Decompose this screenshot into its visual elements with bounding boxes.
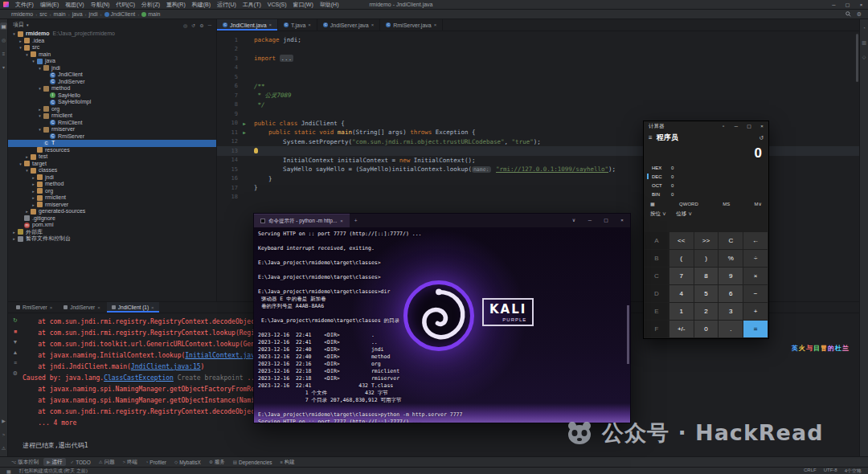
breadcrumb-item[interactable]: src	[39, 11, 47, 17]
calc-key-F[interactable]: F	[645, 321, 669, 337]
project-icon[interactable]: ▤	[0, 22, 7, 30]
calc-key-<<[interactable]: <<	[669, 232, 694, 249]
editor-tab[interactable]: CT.java×	[278, 19, 317, 31]
menu-item[interactable]: 帮助(H)	[317, 0, 342, 10]
tree-item[interactable]: ▾java	[8, 58, 216, 65]
run-tab[interactable]: JndiServer×	[59, 302, 105, 313]
tool-window-button-profiler[interactable]: ◔Profiler	[142, 458, 170, 466]
menu-item[interactable]: 工具(T)	[240, 0, 264, 10]
breadcrumb-item[interactable]: rmidemo	[11, 11, 33, 17]
tool-window-button-problems[interactable]: ⚠问题	[96, 458, 118, 466]
calc-key-([interactable]: (	[669, 250, 694, 267]
stacktrace-link[interactable]: JndiClient.java:15	[131, 363, 201, 370]
tree-toggle-icon[interactable]: ▸	[18, 38, 23, 45]
code-line[interactable]: 3import ...	[217, 54, 859, 63]
tree-item[interactable]: ▸org	[8, 188, 216, 195]
hide-panel-icon[interactable]: ─	[208, 22, 211, 28]
terminal-maximize-button[interactable]: ▢	[598, 214, 614, 227]
radix-row-bin[interactable]: BIN0	[647, 190, 765, 198]
menu-item[interactable]: 导航(N)	[88, 0, 113, 10]
tree-item[interactable]: CSayHelloImpl	[8, 99, 216, 106]
tree-toggle-icon[interactable]: ▸	[11, 235, 17, 243]
menu-item[interactable]: 构建(B)	[189, 0, 214, 10]
breadcrumb-item[interactable]: java	[72, 11, 83, 17]
tree-toggle-icon[interactable]: ▸	[31, 174, 36, 182]
terminal-dropdown-icon[interactable]: ∨	[566, 214, 582, 227]
tree-toggle-icon[interactable]: ▸	[31, 188, 36, 195]
code-line[interactable]: 8 */	[217, 100, 859, 110]
menu-item[interactable]: 文件(F)	[12, 0, 37, 10]
memory-menu-button[interactable]: M∨	[755, 201, 762, 206]
tree-item[interactable]: ▸generated-sources	[8, 208, 216, 215]
run-tab-close-icon[interactable]: ×	[50, 305, 53, 310]
calc-key-6[interactable]: 6	[719, 285, 743, 302]
tree-item[interactable]: ▾jndi	[8, 65, 216, 72]
calc-key-E[interactable]: E	[645, 303, 669, 320]
tree-toggle-icon[interactable]: ▸	[24, 208, 30, 215]
breadcrumb-item[interactable]: JndiClient	[104, 11, 136, 17]
intention-bulb-icon[interactable]	[254, 148, 258, 153]
tree-item[interactable]: ▾rmiserver	[8, 126, 216, 133]
shift-dropdown[interactable]: 位移 ∨	[676, 210, 692, 218]
calc-key-←[interactable]: ←	[743, 232, 768, 249]
status-widget[interactable]: 4个空格	[845, 468, 862, 474]
scroll-down-icon[interactable]: ▼	[13, 339, 18, 345]
history-icon[interactable]: ↺	[759, 135, 764, 141]
tree-item[interactable]: ▸rmiserver	[8, 202, 216, 209]
radix-row-oct[interactable]: OCT0	[647, 181, 765, 190]
code-line[interactable]: 9	[217, 109, 859, 119]
run-icon[interactable]: ▶	[0, 417, 7, 424]
tool-window-button-plugin[interactable]: ◇MybatisX	[171, 458, 204, 466]
settings-gear-icon[interactable]: ⚙	[857, 11, 862, 18]
calc-key-5[interactable]: 5	[694, 285, 719, 302]
editor-scrollbar[interactable]	[856, 34, 858, 82]
word-size-button[interactable]: QWORD	[679, 202, 698, 206]
tree-item[interactable]: ▸test	[8, 153, 216, 161]
tree-item[interactable]: ▾src	[8, 44, 216, 51]
tree-item[interactable]: ▸.idea	[8, 38, 216, 45]
settings-icon[interactable]: ⚙	[13, 370, 18, 377]
rerun-icon[interactable]: ↻	[13, 317, 18, 324]
collapse-all-icon[interactable]: ↺	[191, 22, 195, 28]
tree-item[interactable]: .gitignore	[8, 215, 216, 223]
tree-item[interactable]: ▸外部库	[8, 229, 216, 236]
calc-key-1[interactable]: 1	[669, 303, 694, 320]
calc-key-8[interactable]: 8	[694, 268, 719, 284]
menu-item[interactable]: 编辑(E)	[37, 0, 62, 10]
menu-item[interactable]: 分析(Z)	[138, 0, 163, 10]
run-tab[interactable]: RmiServer×	[11, 302, 57, 313]
calc-key-×[interactable]: ×	[743, 268, 768, 284]
tree-toggle-icon[interactable]: ▾	[18, 161, 23, 168]
calc-key-÷[interactable]: ÷	[743, 250, 768, 267]
tool-window-button-vcs[interactable]: ⌥版本控制	[8, 458, 42, 466]
calc-key-%[interactable]: %	[719, 250, 743, 267]
memory-store-button[interactable]: MS	[723, 202, 730, 206]
calc-key-0[interactable]: 0	[694, 321, 719, 337]
tree-item[interactable]: ▾main	[8, 51, 216, 59]
tree-item[interactable]: CRmiClient	[8, 120, 216, 127]
keep-on-top-icon[interactable]: ▫	[717, 121, 730, 132]
stop-icon[interactable]: ■	[14, 329, 17, 334]
scroll-up-icon[interactable]: ▲	[13, 349, 18, 355]
calc-key-C[interactable]: C	[645, 268, 669, 284]
tree-toggle-icon[interactable]: ▾	[24, 167, 30, 174]
terminal-scrollbar[interactable]	[627, 305, 629, 364]
run-tab[interactable]: JndiClient (1)×	[107, 302, 159, 313]
terminal-body[interactable]: KALI PURPLE Serving HTTP on :: port 7777…	[254, 227, 630, 423]
status-widget[interactable]: UTF-8	[824, 468, 837, 474]
keypad-toggle-icon[interactable]: ▦	[650, 201, 655, 206]
tree-item[interactable]: ▾rmiclient	[8, 112, 216, 120]
bookmarks-icon[interactable]: ▾	[0, 63, 7, 71]
calc-key-3[interactable]: 3	[719, 303, 743, 320]
terminal-titlebar[interactable]: 命令提示符 - python -m http... × + ∨ ─ ▢ ×	[254, 214, 630, 227]
tab-close-icon[interactable]: ×	[269, 22, 272, 27]
locate-file-icon[interactable]: ◎	[183, 22, 187, 28]
notifications-icon[interactable]: ◔	[861, 24, 868, 31]
menu-item[interactable]: VCS(S)	[264, 0, 290, 10]
window-close-button[interactable]: ×	[854, 0, 868, 10]
calc-key-7[interactable]: 7	[669, 268, 694, 284]
tree-toggle-icon[interactable]: ▾	[24, 51, 30, 59]
tree-item[interactable]: mpom.xml	[8, 222, 216, 229]
tree-item[interactable]: CRmiServer	[8, 133, 216, 141]
calc-key-=[interactable]: =	[743, 321, 768, 337]
